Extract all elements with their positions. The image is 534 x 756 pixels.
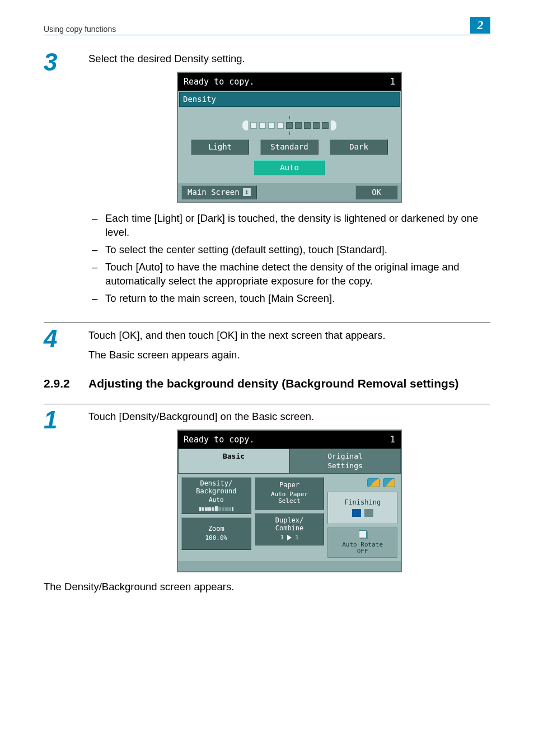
step1b-after: The Density/Background screen appears. (44, 580, 490, 594)
finishing-icon (364, 509, 373, 517)
slider-cap-right (331, 120, 336, 130)
density-background-tile[interactable]: Density/ Background Auto (181, 477, 251, 514)
basic-screen: Ready to copy. 1 Basic Original Settings… (177, 430, 402, 573)
finishing-icons (352, 509, 373, 517)
finishing-icon (352, 509, 361, 517)
paper-value: Auto Paper Select (271, 491, 308, 505)
list-item: To select the center setting (default se… (88, 243, 490, 257)
step3-text: Select the desired Density setting. (88, 52, 490, 66)
light-button[interactable]: Light (191, 139, 249, 155)
duplex-combine-tile[interactable]: Duplex/ Combine 1 1 (255, 513, 325, 545)
density-value: Auto (209, 497, 224, 504)
paper-tile[interactable]: Paper Auto Paper Select (255, 477, 325, 510)
running-title: Using copy functions (44, 25, 116, 34)
dark-button[interactable]: Dark (330, 139, 388, 155)
tab-basic[interactable]: Basic (178, 449, 289, 474)
slider-cap-left (242, 120, 248, 130)
step-number-4: 4 (44, 326, 88, 351)
finishing-tile[interactable]: Finishing (327, 492, 397, 524)
main-screen-button[interactable]: Main Screen ↥ (181, 185, 257, 199)
section-title: Adjusting the background density (Backgr… (88, 377, 459, 390)
status-text: Ready to copy. (184, 434, 254, 445)
up-arrow-icon: ↥ (243, 188, 251, 196)
status-text: Ready to copy. (184, 76, 254, 87)
running-header: Using copy functions 2 (44, 17, 490, 34)
zoom-tile[interactable]: Zoom 100.0% (181, 517, 251, 550)
section-heading: 2.9.2 Adjusting the background density (… (44, 377, 490, 390)
zoom-value: 100.0% (205, 535, 227, 542)
density-screen: Ready to copy. 1 Density (177, 72, 402, 203)
list-item: To return to the main screen, touch [Mai… (88, 292, 490, 306)
copy-count: 1 (390, 76, 395, 87)
auto-button[interactable]: Auto (254, 160, 325, 175)
step-number-1: 1 (44, 408, 88, 432)
step4-line2: The Basic screen appears again. (88, 348, 490, 362)
page-icon (359, 530, 367, 538)
orientation-icons (327, 477, 397, 488)
screen-title: Density (179, 92, 400, 107)
header-rule (44, 35, 490, 35)
step4-line1: Touch [OK], and then touch [OK] in the n… (88, 329, 490, 343)
step-number-3: 3 (44, 50, 88, 74)
step1b-text: Touch [Density/Background] on the Basic … (88, 410, 490, 424)
standard-button[interactable]: Standard (260, 139, 318, 155)
list-item: Touch [Auto] to have the machine detect … (88, 260, 490, 288)
tab-original-settings[interactable]: Original Settings (289, 449, 401, 474)
density-slider[interactable] (189, 116, 390, 139)
step-divider (44, 404, 490, 404)
list-item: Each time [Light] or [Dark] is touched, … (88, 212, 490, 240)
section-number: 2.9.2 (44, 377, 88, 390)
step-divider (44, 323, 490, 323)
copy-count: 1 (390, 434, 395, 445)
ok-button[interactable]: OK (355, 185, 397, 199)
mini-slider-icon (199, 506, 233, 511)
orientation-icon[interactable] (383, 478, 395, 487)
orientation-icon[interactable] (367, 478, 380, 487)
auto-rotate-tile[interactable]: Auto Rotate OFF (327, 528, 397, 558)
duplex-value: 1 1 (280, 534, 298, 542)
step3-bullet-list: Each time [Light] or [Dark] is touched, … (88, 212, 490, 306)
chapter-number-badge: 2 (470, 17, 490, 34)
arrow-right-icon (287, 535, 292, 540)
